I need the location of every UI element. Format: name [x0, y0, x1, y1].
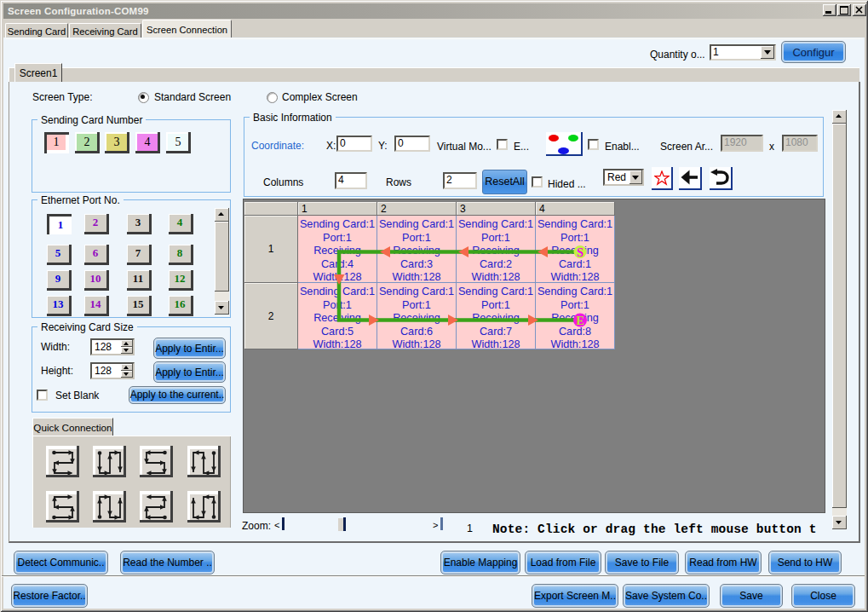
svg-text:E: E — [576, 314, 584, 327]
svg-text:S: S — [577, 245, 583, 259]
